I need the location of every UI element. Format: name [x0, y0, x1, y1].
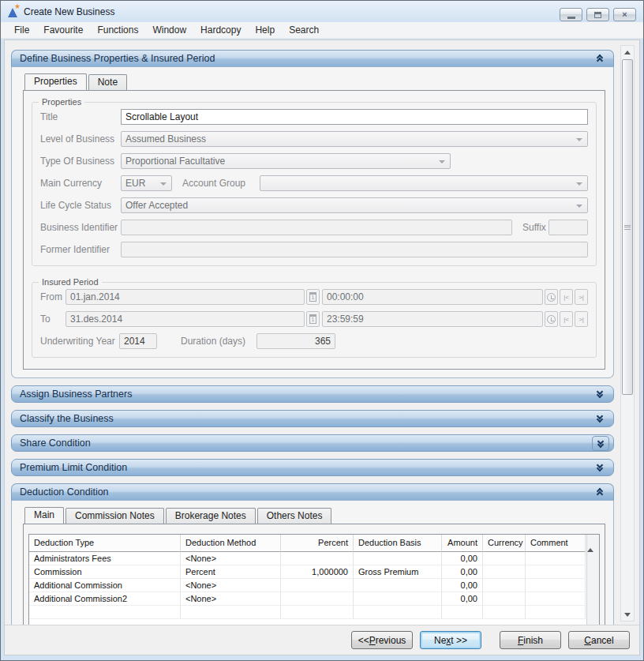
menu-item-search[interactable]: Search	[282, 23, 326, 37]
to-date-field[interactable]: 31.des.2014	[66, 311, 305, 327]
cell-deduction-basis[interactable]	[354, 552, 442, 565]
chevron-down-icon[interactable]	[595, 439, 606, 450]
account-group-dropdown[interactable]	[260, 175, 588, 191]
menu-item-window[interactable]: Window	[145, 23, 193, 37]
cell-comment[interactable]	[526, 592, 586, 606]
from-clock-button[interactable]	[545, 289, 558, 305]
close-button[interactable]: ×	[613, 8, 636, 21]
cell-deduction-type[interactable]: Administrators Fees	[29, 552, 181, 565]
tab-properties[interactable]: Properties	[24, 73, 87, 90]
cell-percent[interactable]: 1,000000	[281, 565, 354, 579]
menu-item-file[interactable]: File	[7, 23, 36, 37]
minimize-button[interactable]	[560, 8, 582, 21]
cell-deduction-method[interactable]: Percent	[181, 565, 281, 579]
menu-item-functions[interactable]: Functions	[90, 23, 145, 37]
chevron-down-icon[interactable]	[594, 414, 605, 425]
tab-commission-notes[interactable]: Commission Notes	[66, 508, 164, 524]
cancel-button[interactable]: Cancel	[568, 631, 630, 649]
column-header-comment[interactable]: Comment	[526, 535, 586, 552]
cell-currency[interactable]	[483, 565, 526, 579]
cell-currency[interactable]	[483, 579, 526, 592]
former-identifier-field[interactable]	[121, 242, 588, 257]
to-step-start-button[interactable]: |<	[560, 311, 573, 327]
column-header-percent[interactable]: Percent	[281, 535, 354, 552]
chevron-down-icon[interactable]	[594, 389, 605, 400]
next-button[interactable]: Next >>	[420, 631, 481, 649]
table-row[interactable]: Additional Commission2 <None> 0,00	[29, 592, 586, 606]
life-cycle-status-dropdown[interactable]: Offer Accepted	[121, 197, 588, 213]
cell-currency[interactable]	[483, 592, 526, 606]
from-time-field[interactable]: 00:00:00	[322, 289, 543, 305]
column-header-deduction-method[interactable]: Deduction Method	[181, 535, 281, 552]
underwriting-year-field[interactable]: 2014	[119, 333, 157, 349]
tab-main[interactable]: Main	[24, 507, 64, 524]
scroll-thumb[interactable]	[622, 59, 633, 395]
scroll-down-button[interactable]	[621, 608, 634, 621]
from-step-end-button[interactable]: >|	[575, 289, 588, 305]
cell-amount[interactable]: 0,00	[442, 592, 483, 606]
section-header-define-business[interactable]: Define Business Properties & Insured Per…	[11, 50, 614, 67]
cell-percent[interactable]	[281, 579, 354, 592]
cell-deduction-method[interactable]: <None>	[181, 552, 281, 565]
cell-percent[interactable]	[281, 592, 354, 606]
main-currency-dropdown[interactable]: EUR	[121, 175, 172, 191]
section-header-share-condition[interactable]: Share Condition	[11, 434, 614, 452]
section-header-deduction-condition[interactable]: Deduction Condition	[11, 483, 614, 501]
cell-amount[interactable]: 0,00	[442, 565, 483, 579]
title-input[interactable]	[121, 109, 588, 125]
cell-comment[interactable]	[526, 579, 586, 592]
cell-deduction-method[interactable]: <None>	[181, 579, 281, 592]
cell-comment[interactable]	[526, 552, 586, 565]
table-row[interactable]: Commission Percent 1,000000 Gross Premiu…	[29, 565, 586, 579]
cell-amount[interactable]: 0,00	[442, 552, 483, 565]
cell-deduction-type[interactable]: Additional Commission	[29, 579, 181, 592]
finish-button[interactable]: Finish	[500, 631, 561, 649]
section-header-premium-limit-condition[interactable]: Premium Limit Condition	[11, 459, 614, 476]
tab-brokerage-notes[interactable]: Brokerage Notes	[166, 508, 256, 524]
chevron-up-icon[interactable]	[594, 54, 605, 65]
column-header-amount[interactable]: Amount	[442, 535, 483, 552]
cell-currency[interactable]	[483, 552, 526, 565]
cell-deduction-method[interactable]: <None>	[181, 592, 281, 606]
menu-item-favourite[interactable]: Favourite	[36, 23, 90, 37]
menu-item-help[interactable]: Help	[248, 23, 282, 37]
cell-deduction-type[interactable]: Commission	[29, 565, 181, 579]
tab-others-notes[interactable]: Others Notes	[257, 508, 332, 524]
cell-deduction-basis[interactable]	[354, 579, 442, 592]
cell-amount[interactable]: 0,00	[442, 579, 483, 592]
column-header-deduction-type[interactable]: Deduction Type	[29, 535, 181, 552]
column-header-deduction-basis[interactable]: Deduction Basis	[354, 535, 442, 552]
column-header-currency[interactable]: Currency	[483, 535, 526, 552]
restore-button[interactable]	[586, 8, 609, 21]
table-scrollbar[interactable]	[586, 535, 599, 625]
cell-deduction-basis[interactable]: Gross Premium	[354, 565, 442, 579]
business-identifier-field[interactable]	[121, 220, 512, 235]
from-calendar-button[interactable]: 1	[306, 289, 320, 305]
chevron-up-icon[interactable]	[594, 487, 605, 498]
chevron-down-icon[interactable]	[594, 463, 605, 474]
from-date-field[interactable]: 01.jan.2014	[66, 289, 305, 305]
from-step-start-button[interactable]: |<	[560, 289, 573, 305]
previous-button[interactable]: << Previous	[351, 631, 413, 649]
to-time-field[interactable]: 23:59:59	[322, 311, 543, 327]
table-row-partial[interactable]	[29, 606, 586, 619]
scroll-up-icon[interactable]	[587, 535, 593, 552]
table-row[interactable]: Administrators Fees <None> 0,00	[29, 552, 586, 565]
type-of-business-dropdown[interactable]: Proportional Facultative	[121, 153, 451, 169]
main-scrollbar[interactable]	[620, 45, 635, 622]
cell-percent[interactable]	[281, 552, 354, 565]
menu-item-hardcopy[interactable]: Hardcopy	[193, 23, 248, 37]
section-header-classify-the-business[interactable]: Classify the Business	[11, 410, 614, 427]
to-clock-button[interactable]	[545, 311, 558, 327]
cell-deduction-basis[interactable]	[354, 592, 442, 606]
cell-deduction-type[interactable]: Additional Commission2	[29, 592, 181, 606]
to-calendar-button[interactable]: 1	[306, 311, 320, 327]
tab-note[interactable]: Note	[88, 74, 127, 90]
level-of-business-dropdown[interactable]: Assumed Business	[121, 131, 588, 147]
table-row[interactable]: Additional Commission <None> 0,00	[29, 579, 586, 592]
to-step-end-button[interactable]: >|	[575, 311, 588, 327]
suffix-field[interactable]	[549, 220, 588, 235]
section-header-assign-business-partners[interactable]: Assign Business Partners	[11, 385, 614, 403]
scroll-up-button[interactable]	[621, 46, 634, 58]
cell-comment[interactable]	[526, 565, 586, 579]
